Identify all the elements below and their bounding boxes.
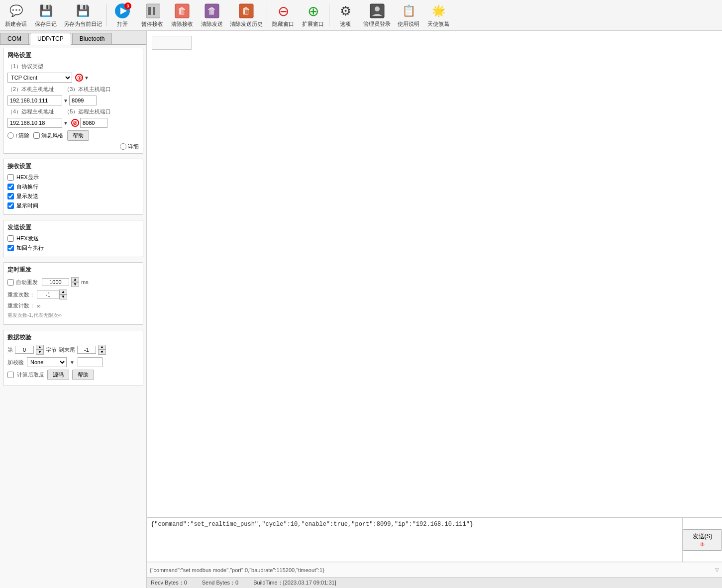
network-settings-title: 网络设置 <box>7 51 139 60</box>
network-settings-section: 网络设置 （1）协议类型 TCP Client TCP Server UDP ①… <box>3 48 143 154</box>
resend-count-input[interactable] <box>37 291 59 298</box>
expand-window-button[interactable]: ⊕ 扩展窗口 <box>298 2 328 29</box>
radio-clear-label[interactable]: ↑清除 <box>7 132 29 139</box>
angel-helper-button[interactable]: 🌟 天使煞葛 <box>423 2 453 29</box>
auto-wrap-checkbox[interactable] <box>7 184 14 190</box>
svg-rect-4 <box>153 7 155 15</box>
resend-interval-spinner: ▲ ▼ <box>71 277 79 287</box>
right-panel: ④ 发送(S) ⑤ {"command":"set modbus mode","… <box>147 31 722 588</box>
radio-detail[interactable] <box>120 143 126 150</box>
auto-wrap-label: 自动换行 <box>16 183 38 191</box>
from-unit: 字节 <box>46 346 57 354</box>
checksum-to-up[interactable]: ▲ <box>98 345 106 350</box>
local-port-input[interactable] <box>69 96 97 105</box>
save-as-log-button[interactable]: 💾 另存为当前日记 <box>61 2 105 29</box>
resend-count-row: 重发次数： ▲ ▼ <box>7 290 139 299</box>
send-textbox[interactable] <box>147 518 677 562</box>
resend-count-up[interactable]: ▲ <box>59 290 67 294</box>
send-history-row[interactable]: {"command":"set modbus mode","port":0,"b… <box>147 562 722 577</box>
hex-send-checkbox[interactable] <box>7 235 14 242</box>
checksum-help-button[interactable]: 帮助 <box>72 370 94 380</box>
local-ip-input[interactable] <box>7 96 62 105</box>
auto-resend-label: 自动重发 <box>16 279 38 286</box>
hide-window-button[interactable]: ⊖ 隐藏窗口 <box>268 2 298 29</box>
radio-message-format-label[interactable]: 消息风格 <box>33 132 63 139</box>
resend-interval-input[interactable] <box>42 278 69 286</box>
options-button[interactable]: ⚙ 选项 <box>330 2 360 29</box>
remote-port-input[interactable] <box>80 118 107 128</box>
checksum-label: 加校验 <box>7 359 24 366</box>
tab-udptcp[interactable]: UDP/TCP <box>30 33 71 45</box>
add-crlf-label: 加回车执行 <box>16 244 44 252</box>
checksum-type-select[interactable]: None CRC8 CRC16 Sum <box>27 357 67 367</box>
auto-resend-row: 自动重发 ▲ ▼ ms <box>7 277 139 287</box>
checksum-to-input[interactable] <box>77 346 96 354</box>
help-button[interactable]: 📋 使用说明 <box>394 2 423 29</box>
checkbox-message-format[interactable] <box>33 132 40 139</box>
main-layout: COM UDP/TCP Bluetooth 网络设置 （1）协议类型 TCP C… <box>0 31 722 588</box>
recv-bytes-label: Recv Bytes：0 <box>151 579 187 587</box>
radio-clear[interactable] <box>7 132 14 139</box>
clear-send-label: 清除发送 <box>201 20 223 28</box>
local-host-label: （2）本机主机地址 <box>7 86 54 93</box>
svg-point-12 <box>375 6 380 11</box>
add-crlf-checkbox[interactable] <box>7 245 14 251</box>
invert-checkbox[interactable] <box>7 372 14 378</box>
show-time-label: 显示时间 <box>16 202 38 209</box>
timed-resend-title: 定时重发 <box>7 266 139 274</box>
checksum-type-row: 加校验 None CRC8 CRC16 Sum ▼ <box>7 357 139 367</box>
checksum-from-up[interactable]: ▲ <box>36 345 44 350</box>
remote-ip-input[interactable] <box>7 118 62 128</box>
show-time-checkbox[interactable] <box>7 202 14 209</box>
clear-send-history-button[interactable]: 🗑 清除发送历史 <box>227 2 266 29</box>
remote-host-label-row: （4）远程主机地址 （5）远程主机端口 <box>7 108 139 115</box>
protocol-row: （1）协议类型 <box>7 63 139 70</box>
tab-bluetooth[interactable]: Bluetooth <box>72 33 112 44</box>
send-history-arrow: ▽ <box>715 567 719 573</box>
protocol-select[interactable]: TCP Client TCP Server UDP <box>7 73 72 83</box>
new-session-button[interactable]: 💬 新建会话 <box>1 2 31 29</box>
help-label: 使用说明 <box>398 20 419 28</box>
clear-send-button[interactable]: 🗑 清除发送 <box>197 2 227 29</box>
show-send-label: 显示发送 <box>16 193 38 200</box>
auto-resend-checkbox[interactable] <box>7 279 14 286</box>
receive-settings-section: 接收设置 HEX显示 自动换行 显示发送 显示时间 <box>3 159 143 215</box>
send-history-text: {"command":"set modbus mode","port":0,"b… <box>150 567 324 573</box>
admin-login-label: 管理员登录 <box>363 20 391 28</box>
open-button[interactable]: 3 打开 <box>107 2 137 29</box>
admin-login-button[interactable]: 管理员登录 <box>360 2 394 29</box>
resend-total-row: 重发计数： ∞ <box>7 302 139 309</box>
checksum-from-down[interactable]: ▼ <box>36 350 44 355</box>
show-time-row: 显示时间 <box>7 202 139 209</box>
checksum-value-input[interactable] <box>78 357 103 367</box>
tab-bar: COM UDP/TCP Bluetooth <box>0 31 146 45</box>
checksum-to-down[interactable]: ▼ <box>98 350 106 355</box>
send-button[interactable]: 发送(S) ⑤ <box>683 529 722 551</box>
resend-interval-unit: ms <box>81 279 89 285</box>
resend-interval-down[interactable]: ▼ <box>71 282 79 287</box>
pause-receive-button[interactable]: 暂停接收 <box>137 2 167 29</box>
save-log-button[interactable]: 💾 保存日记 <box>31 2 61 29</box>
hex-display-checkbox[interactable] <box>7 174 14 181</box>
resend-total-value: ∞ <box>37 303 41 309</box>
receive-preview-box <box>152 36 192 50</box>
checksum-from-input[interactable] <box>15 346 34 354</box>
show-send-checkbox[interactable] <box>7 193 14 199</box>
source-button[interactable]: 源码 <box>47 370 69 380</box>
radio-detail-label[interactable]: 详细 <box>120 143 139 150</box>
open-label: 打开 <box>117 20 128 28</box>
network-help-button[interactable]: 帮助 <box>67 130 89 141</box>
svg-text:🗑: 🗑 <box>207 6 216 16</box>
options-icon: ⚙ <box>336 3 354 19</box>
invert-label: 计算后取反 <box>17 371 44 379</box>
clear-send-history-icon: 🗑 <box>237 3 255 19</box>
tab-com[interactable]: COM <box>0 33 29 44</box>
options-label: 选项 <box>340 20 351 28</box>
send-shortcut-badge: ⑤ <box>700 542 705 547</box>
resend-count-down[interactable]: ▼ <box>59 294 67 299</box>
clear-receive-button[interactable]: 🗑 清除接收 <box>167 2 197 29</box>
resend-interval-up[interactable]: ▲ <box>71 277 79 282</box>
hex-send-label: HEX发送 <box>16 235 39 242</box>
admin-login-icon <box>368 3 386 19</box>
receive-settings-title: 接收设置 <box>7 162 139 171</box>
